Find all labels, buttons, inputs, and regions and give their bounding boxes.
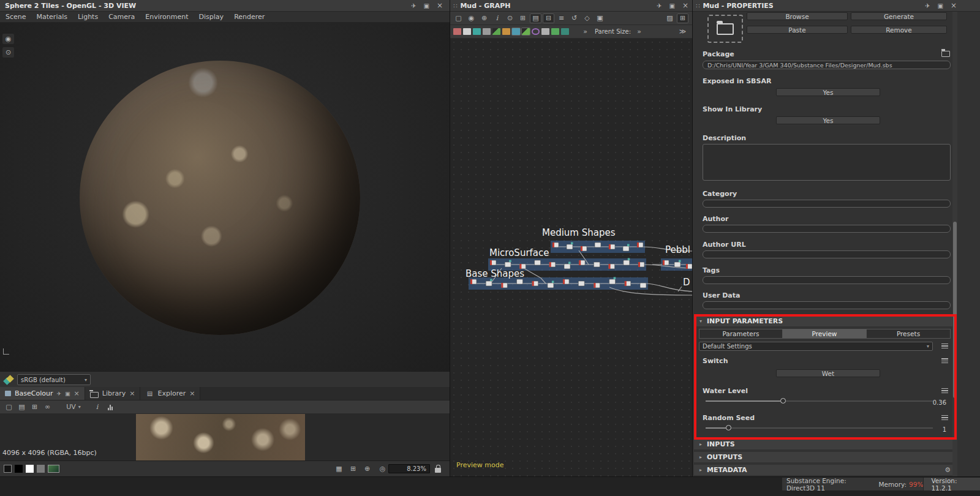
menu-renderer[interactable]: Renderer bbox=[234, 13, 265, 21]
switch-wet-button[interactable]: Wet bbox=[776, 369, 880, 377]
toggle-grid-icon[interactable] bbox=[541, 28, 549, 35]
link-view-icon[interactable]: ∞ bbox=[42, 402, 53, 412]
2d-canvas[interactable]: 4096 x 4096 (RGBA, 16bpc) bbox=[0, 414, 450, 460]
fit-graph-icon[interactable]: ⊞ bbox=[517, 13, 529, 23]
3d-view-titlebar[interactable]: Sphere 2 Tiles - OpenGL - 3D VIEW ✈ ▣ × bbox=[0, 0, 450, 12]
viewport-3d[interactable]: ◉ ⊙ bbox=[0, 23, 450, 371]
input-parameters-header[interactable]: ▾ INPUT PARAMETERS bbox=[694, 316, 957, 326]
tab-preview[interactable]: Preview bbox=[782, 329, 867, 339]
menu-camera[interactable]: Camera bbox=[108, 13, 135, 21]
random-seed-slider-handle[interactable] bbox=[726, 425, 731, 430]
package-path-field[interactable]: D:/Chris/UNI/Year 3/GAM 340/Substance Fi… bbox=[703, 61, 951, 69]
colorspace-select[interactable]: sRGB (default) ▾ bbox=[17, 374, 91, 385]
description-textarea[interactable] bbox=[703, 144, 951, 181]
random-seed-menu-icon[interactable] bbox=[941, 415, 948, 420]
tab-presets[interactable]: Presets bbox=[866, 329, 951, 339]
water-level-slider-handle[interactable] bbox=[780, 398, 786, 404]
user-data-field[interactable] bbox=[703, 301, 951, 309]
float-window-icon[interactable]: ▣ bbox=[669, 2, 674, 9]
graph-canvas[interactable]: Medium Shapes MicroSurface Base Shapes P… bbox=[450, 39, 692, 476]
align-nodes-icon[interactable]: ⊟ bbox=[543, 13, 554, 23]
marquee-select-icon[interactable]: ▢ bbox=[453, 13, 464, 23]
random-seed-slider[interactable] bbox=[706, 425, 933, 431]
camera-view-icon[interactable]: ◉ bbox=[2, 34, 14, 44]
properties-scrollbar-thumb[interactable] bbox=[953, 222, 957, 398]
zoom-input[interactable]: 8.23% bbox=[388, 464, 430, 473]
menu-display[interactable]: Display bbox=[199, 13, 224, 21]
toggle-checker-icon[interactable] bbox=[512, 28, 520, 35]
uv-mode-dropdown[interactable]: UV ▾ bbox=[63, 402, 84, 412]
switch-menu-icon[interactable] bbox=[941, 358, 948, 363]
toggle-pencil-green-icon[interactable] bbox=[492, 28, 500, 35]
tags-field[interactable] bbox=[703, 276, 951, 284]
metadata-header[interactable]: ▸ METADATA ⚙ bbox=[694, 465, 957, 475]
tab-explorer[interactable]: ▤ Explorer × bbox=[140, 387, 200, 400]
close-icon[interactable]: × bbox=[951, 1, 957, 10]
tab-basecolour[interactable]: BaseColour ✈ ▣ × bbox=[0, 387, 85, 400]
info-icon[interactable]: i bbox=[91, 402, 103, 412]
lock-zoom-icon[interactable] bbox=[435, 468, 441, 473]
background-gray-swatch[interactable] bbox=[37, 465, 45, 473]
fast-forward-icon[interactable]: ≫ bbox=[677, 27, 688, 37]
menu-lights[interactable]: Lights bbox=[78, 13, 98, 21]
pin-icon[interactable]: ✈ bbox=[56, 391, 61, 397]
background-image-swatch[interactable] bbox=[48, 465, 59, 473]
fit-view-icon[interactable]: ⊕ bbox=[361, 464, 373, 473]
float-window-icon[interactable]: ▣ bbox=[423, 2, 429, 9]
thumbnail-mode-icon[interactable]: ▨ bbox=[664, 13, 676, 23]
center-view-icon[interactable]: ◎ bbox=[377, 464, 388, 473]
graph-titlebar[interactable]: ∷ Mud - GRAPH ✈ ▣ × bbox=[450, 0, 692, 12]
browse-button[interactable]: Browse bbox=[747, 12, 848, 20]
zoom-tool-icon[interactable]: ⊙ bbox=[504, 13, 516, 23]
light-probe-icon[interactable]: ⊙ bbox=[2, 47, 14, 58]
tab-parameters[interactable]: Parameters bbox=[699, 329, 783, 339]
browse-folder-icon[interactable] bbox=[941, 51, 950, 57]
menu-environment[interactable]: Environment bbox=[145, 13, 188, 21]
snap-grid-icon[interactable]: ▤ bbox=[530, 13, 541, 23]
close-icon[interactable]: × bbox=[74, 389, 80, 397]
pin-icon[interactable]: ✈ bbox=[925, 2, 930, 9]
transform-icon[interactable]: ⊞ bbox=[347, 464, 359, 473]
menu-materials[interactable]: Materials bbox=[37, 13, 67, 21]
tiling-grid-icon[interactable]: ▦ bbox=[333, 464, 345, 473]
close-icon[interactable]: × bbox=[437, 1, 443, 10]
background-dark-swatch[interactable] bbox=[4, 465, 12, 473]
frame-label-microsurface[interactable]: MicroSurface bbox=[489, 247, 549, 258]
parent-size-expand-icon[interactable]: » bbox=[633, 27, 645, 37]
frame-label-dirt[interactable]: D bbox=[683, 277, 690, 288]
author-field[interactable] bbox=[703, 225, 951, 233]
frame-label-medium-shapes[interactable]: Medium Shapes bbox=[542, 227, 616, 238]
outputs-header[interactable]: ▸ OUTPUTS bbox=[694, 452, 957, 462]
toggle-grayscale-icon[interactable] bbox=[463, 28, 471, 35]
author-url-field[interactable] bbox=[703, 250, 951, 258]
frame-label-base-shapes[interactable]: Base Shapes bbox=[466, 268, 524, 279]
frame-label-pebbles[interactable]: Pebbl bbox=[665, 244, 690, 255]
toggle-normal-icon[interactable] bbox=[473, 28, 481, 35]
show-in-library-toggle-button[interactable]: Yes bbox=[776, 116, 880, 124]
toggle-shuffle-icon[interactable] bbox=[483, 28, 491, 35]
exposed-toggle-button[interactable]: Yes bbox=[776, 88, 880, 96]
histogram-icon[interactable] bbox=[104, 402, 116, 412]
background-black-swatch[interactable] bbox=[15, 465, 23, 473]
inputs-header[interactable]: ▸ INPUTS bbox=[694, 439, 957, 449]
float-window-icon[interactable]: ▣ bbox=[937, 2, 943, 9]
texture-preview[interactable] bbox=[136, 414, 305, 460]
water-level-menu-icon[interactable] bbox=[941, 388, 948, 393]
pin-icon[interactable]: ✈ bbox=[657, 2, 662, 9]
tools-icon[interactable]: ◇ bbox=[581, 13, 593, 23]
close-icon[interactable]: × bbox=[189, 389, 195, 397]
toggle-flask-icon[interactable] bbox=[551, 28, 559, 35]
properties-titlebar[interactable]: ∷ Mud - PROPERTIES ✈ ▣ × bbox=[693, 0, 980, 12]
material-mode-icon[interactable]: ▣ bbox=[594, 13, 606, 23]
menu-scene[interactable]: Scene bbox=[6, 13, 26, 21]
paste-button[interactable]: Paste bbox=[747, 26, 848, 34]
preset-menu-icon[interactable] bbox=[941, 344, 948, 348]
new-view-icon[interactable]: ▢ bbox=[3, 402, 15, 412]
background-white-swatch[interactable] bbox=[26, 465, 34, 473]
copy-view-icon[interactable]: ⊞ bbox=[29, 402, 40, 412]
toggle-slope-icon[interactable] bbox=[522, 28, 530, 35]
toggle-basecolor-icon[interactable] bbox=[453, 28, 461, 35]
toggle-bucket-icon[interactable] bbox=[502, 28, 510, 35]
grid-display-icon[interactable]: ⊞ bbox=[677, 13, 688, 23]
preset-dropdown[interactable]: Default Settings ▾ bbox=[699, 342, 933, 351]
